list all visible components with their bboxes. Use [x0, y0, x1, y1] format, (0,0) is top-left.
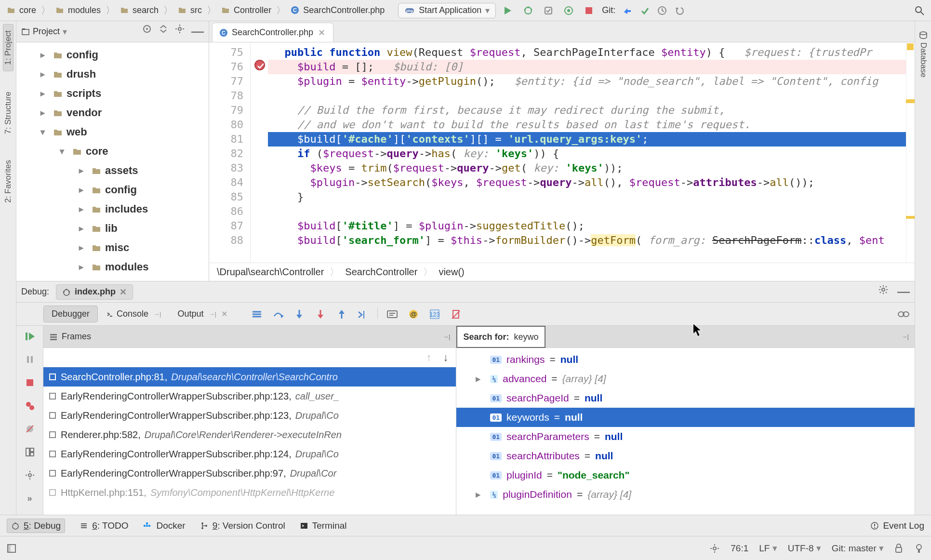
- git-revert-button[interactable]: [674, 5, 685, 16]
- mute-bp-button[interactable]: [23, 422, 37, 436]
- breakpoint-marker[interactable]: [254, 60, 265, 70]
- hide-debug-button[interactable]: —: [897, 284, 910, 299]
- bottom-tool-button[interactable]: 6: TODO: [80, 520, 128, 531]
- tool-windows-button[interactable]: [7, 544, 16, 553]
- evaluate-expression-button[interactable]: [386, 307, 399, 321]
- expand-all-button[interactable]: [159, 24, 168, 39]
- step-into-button[interactable]: [293, 307, 306, 321]
- git-update-button[interactable]: [622, 5, 633, 16]
- run-with-coverage-button[interactable]: [542, 4, 555, 17]
- caret-position[interactable]: 76:1: [731, 543, 748, 554]
- variable-row[interactable]: 01 pluginId = "node_search": [456, 466, 915, 485]
- breadcrumb-item[interactable]: search: [116, 4, 162, 16]
- git-commit-button[interactable]: [639, 5, 650, 16]
- step-over-button[interactable]: [271, 307, 285, 321]
- tree-item[interactable]: ▾web: [16, 122, 209, 142]
- breakpoint-gutter[interactable]: [251, 42, 268, 263]
- breadcrumb-item[interactable]: Controller: [217, 4, 275, 16]
- tree-item[interactable]: ▸drush: [16, 65, 209, 84]
- variable-row[interactable]: 01 searchPageId = null: [456, 388, 915, 408]
- force-step-into-button[interactable]: [314, 307, 327, 321]
- debugger-settings-button[interactable]: [23, 468, 37, 482]
- output-tab[interactable]: Output→|✕: [170, 306, 236, 322]
- project-view-selector[interactable]: Project▾: [21, 27, 67, 37]
- frames-list[interactable]: SearchController.php:81, Drupal\search\C…: [43, 367, 456, 536]
- breadcrumb-item[interactable]: modules: [52, 4, 105, 16]
- stack-frame[interactable]: EarlyRenderingControllerWrapperSubscribe…: [43, 406, 456, 425]
- show-execution-point-button[interactable]: [250, 307, 264, 321]
- locate-button[interactable]: [142, 24, 152, 39]
- tool-stripe-button[interactable]: 2: Favorites: [3, 154, 13, 209]
- quick-evaluate-button[interactable]: @: [407, 307, 420, 321]
- bottom-tool-button[interactable]: Docker: [143, 520, 185, 531]
- variable-row[interactable]: 01 searchAttributes = null: [456, 446, 915, 466]
- tree-item[interactable]: ▸includes: [16, 200, 209, 219]
- layout-button[interactable]: [23, 445, 37, 459]
- stack-frame[interactable]: Renderer.php:582, Drupal\Core\Render\Ren…: [43, 425, 456, 444]
- variables-list[interactable]: 01 rankings = null▸⅓ advanced = {array} …: [456, 348, 915, 536]
- encoding[interactable]: UTF-8: [788, 543, 821, 554]
- tree-item[interactable]: ▸lib: [16, 219, 209, 238]
- tree-item[interactable]: ▸config: [16, 180, 209, 200]
- editor-tab[interactable]: C SearchController.php ✕: [212, 23, 333, 42]
- search-input[interactable]: keywo: [514, 332, 538, 342]
- close-output-button[interactable]: ✕: [221, 309, 227, 319]
- stack-frame[interactable]: EarlyRenderingControllerWrapperSubscribe…: [43, 444, 456, 464]
- tree-item[interactable]: ▸vendor: [16, 103, 209, 122]
- tree-item[interactable]: ▸config: [16, 45, 209, 65]
- close-tab-button[interactable]: ✕: [317, 27, 326, 38]
- git-history-button[interactable]: [657, 5, 667, 16]
- debug-settings-button[interactable]: [878, 284, 889, 299]
- variable-row[interactable]: ▸⅓ pluginDefinition = {array} [4]: [456, 485, 915, 504]
- stack-frame[interactable]: HttpKernel.php:151, Symfony\Component\Ht…: [43, 483, 456, 502]
- database-tool-button[interactable]: Database: [918, 31, 928, 78]
- read-only-toggle[interactable]: [894, 544, 903, 553]
- hide-button[interactable]: —: [191, 24, 204, 39]
- inspector-icon[interactable]: [914, 543, 924, 554]
- tool-stripe-button[interactable]: 1: Project: [3, 24, 13, 71]
- breadcrumb-item[interactable]: core: [3, 4, 40, 16]
- debug-button[interactable]: [522, 4, 534, 17]
- variable-row[interactable]: 01 keywords = null: [456, 408, 915, 427]
- bottom-tool-button[interactable]: Terminal: [300, 520, 347, 531]
- stack-frame[interactable]: EarlyRenderingControllerWrapperSubscribe…: [43, 464, 456, 483]
- frame-prev-button[interactable]: ↑: [426, 351, 431, 364]
- profiler-button[interactable]: [562, 4, 575, 17]
- debug-session-tab[interactable]: index.php ✕: [56, 284, 133, 300]
- mute-breakpoints-button[interactable]: [449, 307, 463, 321]
- frame-next-button[interactable]: ↓: [443, 351, 448, 364]
- tree-item[interactable]: ▸assets: [16, 161, 209, 180]
- toggle-breakpoints-button[interactable]: 123: [428, 307, 441, 321]
- link-icon[interactable]: [897, 310, 910, 319]
- run-button[interactable]: [502, 4, 514, 17]
- code-area[interactable]: public function view(Request $request, S…: [268, 42, 906, 263]
- line-separator[interactable]: LF: [759, 543, 777, 554]
- processes-button[interactable]: [709, 543, 720, 554]
- bottom-tool-button[interactable]: 5: Debug: [7, 519, 65, 533]
- more-button[interactable]: »: [23, 492, 37, 505]
- tree-item[interactable]: ▸scripts: [16, 84, 209, 103]
- pause-button[interactable]: [23, 353, 37, 366]
- editor-breadcrumb[interactable]: \Drupal\search\Controller〉 SearchControl…: [209, 263, 915, 281]
- git-branch[interactable]: Git: master: [832, 543, 884, 554]
- stack-frame[interactable]: EarlyRenderingControllerWrapperSubscribe…: [43, 387, 456, 406]
- tree-item[interactable]: ▸modules: [16, 257, 209, 277]
- event-log-button[interactable]: Event Log: [870, 520, 924, 531]
- tree-item[interactable]: ▾core: [16, 142, 209, 161]
- tool-stripe-button[interactable]: 7: Structure: [3, 86, 13, 140]
- variable-row[interactable]: 01 searchParameters = null: [456, 427, 915, 446]
- stop-button[interactable]: [583, 4, 595, 17]
- settings-button[interactable]: [175, 24, 185, 39]
- stack-frame[interactable]: SearchController.php:81, Drupal\search\C…: [43, 367, 456, 387]
- step-out-button[interactable]: [335, 307, 348, 321]
- variable-row[interactable]: 01 rankings = null: [456, 350, 915, 369]
- run-config-selector[interactable]: php Start Application ▾: [398, 3, 496, 18]
- search-everywhere-button[interactable]: [914, 5, 925, 16]
- line-number-gutter[interactable]: 7576777879808182838485868788: [209, 42, 251, 263]
- breadcrumb-item[interactable]: src: [174, 4, 206, 16]
- debugger-tab[interactable]: Debugger: [43, 306, 98, 322]
- console-tab[interactable]: Console→|: [98, 306, 169, 322]
- close-session-button[interactable]: ✕: [120, 287, 127, 297]
- error-stripe[interactable]: [906, 42, 915, 263]
- run-to-cursor-button[interactable]: [356, 307, 370, 321]
